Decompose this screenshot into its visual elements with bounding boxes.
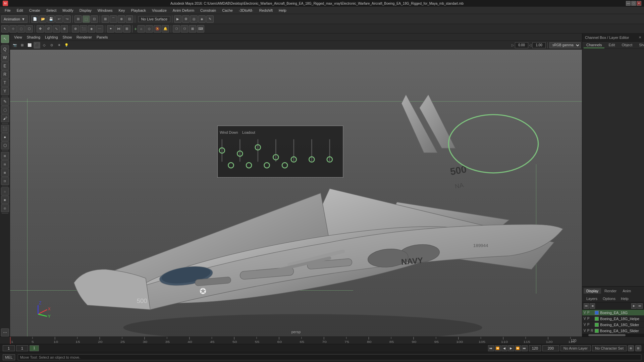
- layer-subtab-help[interactable]: Help: [618, 296, 631, 301]
- menu-visualize[interactable]: Visualize: [149, 8, 169, 13]
- layer-v-0[interactable]: V: [584, 311, 586, 314]
- channel-tab-edit[interactable]: Edit: [606, 42, 618, 48]
- animation-mode-dropdown[interactable]: Animation ▼: [1, 15, 28, 23]
- vp-menu-shading[interactable]: Shading: [25, 35, 42, 40]
- breakdown-button[interactable]: ◇: [146, 25, 153, 33]
- lasso-select-button[interactable]: ◌: [17, 25, 25, 33]
- transform-button[interactable]: ✥: [37, 25, 44, 33]
- layer-v-3[interactable]: V: [584, 329, 586, 333]
- no-anim-layer-button[interactable]: No Anim Layer: [560, 345, 591, 351]
- vp-shade1-icon[interactable]: ⬜: [26, 42, 33, 49]
- menu-constrain[interactable]: Constrain: [198, 8, 219, 13]
- layer-tab-display[interactable]: Display: [584, 288, 601, 294]
- left-tool-cube[interactable]: ⬡: [1, 141, 9, 149]
- snap-to-curve-button[interactable]: ⌒: [110, 15, 117, 23]
- script-input[interactable]: Move Tool: Select an object to move.: [18, 354, 641, 360]
- menu-edit[interactable]: Edit: [14, 8, 26, 13]
- menu-select[interactable]: Select: [44, 8, 59, 13]
- vp-wire-icon[interactable]: ◇: [41, 42, 48, 49]
- ik-handle-button[interactable]: ⋈: [115, 25, 122, 33]
- layer-tab-anim[interactable]: Anim: [620, 288, 634, 294]
- deform-button[interactable]: ⚇: [181, 25, 188, 33]
- layer-nav-prev[interactable]: ◀: [590, 303, 595, 309]
- left-tool-r[interactable]: R: [1, 70, 9, 78]
- save-file-button[interactable]: 💾: [47, 15, 55, 23]
- left-tool-more[interactable]: ⋯: [1, 328, 9, 337]
- menu-anim-deform[interactable]: Anim Deform: [170, 8, 197, 13]
- maximize-button[interactable]: □: [631, 1, 636, 6]
- vp-obj-icon[interactable]: ⊞: [19, 42, 25, 49]
- render-frame-button[interactable]: ▶: [174, 15, 181, 23]
- extrude-button[interactable]: ⬛: [80, 25, 87, 33]
- menu-modify[interactable]: Modify: [60, 8, 76, 13]
- vp-menu-panels[interactable]: Panels: [95, 35, 110, 40]
- goto-start-button[interactable]: ⏮: [488, 345, 494, 351]
- max-end-input[interactable]: [542, 345, 559, 351]
- mute-button[interactable]: 🔕: [154, 25, 161, 33]
- vp-val2-input[interactable]: [532, 42, 546, 48]
- character-set-icon[interactable]: ⊞: [635, 345, 641, 351]
- soft-select-button[interactable]: ⊛: [72, 25, 79, 33]
- script-editor-button[interactable]: ✎: [206, 15, 214, 23]
- menu-display[interactable]: Display: [77, 8, 94, 13]
- left-tool-group1b[interactable]: ⊟: [1, 160, 9, 168]
- menu-windows[interactable]: Windows: [95, 8, 115, 13]
- layer-nav-next[interactable]: ▶: [631, 303, 637, 309]
- layer-subtab-layers[interactable]: Layers: [584, 296, 600, 301]
- step-forward-button[interactable]: ⏩: [515, 345, 521, 351]
- layer-subtab-options[interactable]: Options: [600, 296, 618, 301]
- left-tool-pencil[interactable]: ✎: [1, 98, 9, 106]
- left-tool-paint[interactable]: 🖌: [1, 114, 9, 122]
- current-frame-input[interactable]: [3, 345, 15, 351]
- left-tool-group2b[interactable]: ◉: [1, 196, 9, 204]
- vp-cam-icon[interactable]: 📷: [11, 42, 18, 49]
- goto-end-button[interactable]: ⏭: [522, 345, 528, 351]
- merge-button[interactable]: ⋯: [96, 25, 103, 33]
- left-tool-group1a[interactable]: ⊞: [1, 152, 9, 160]
- bevel-button[interactable]: ◈: [88, 25, 95, 33]
- hypershade-button[interactable]: ◈: [198, 15, 206, 23]
- menu-cache[interactable]: Cache: [219, 8, 235, 13]
- channel-tab-channels[interactable]: Channels: [584, 42, 604, 48]
- keyframe-button[interactable]: ⌂: [138, 25, 145, 33]
- menu-redshift[interactable]: Redshift: [257, 8, 275, 13]
- left-tool-sphere[interactable]: ●: [1, 133, 9, 141]
- anim-editor-button[interactable]: ⌨: [197, 25, 204, 33]
- viewport-3d[interactable]: 500 NA NAVY ✪ 500 189944 Wind Down: [10, 50, 582, 337]
- layer-p-1[interactable]: P: [587, 317, 590, 320]
- vp-val1-input[interactable]: [515, 42, 528, 48]
- rotate-button[interactable]: ↺: [45, 25, 52, 33]
- layer-row-0[interactable]: V P Boeing_EA_18G: [582, 310, 644, 316]
- snap-to-point-button[interactable]: ⊕: [118, 15, 125, 23]
- mel-button[interactable]: MEL: [3, 354, 15, 360]
- timeline-ruler[interactable]: 1 5 10 15 20 25 30 35 40 45 50: [0, 337, 644, 344]
- paint-weights-button[interactable]: ⚆: [173, 25, 180, 33]
- vp-menu-view[interactable]: View: [12, 35, 24, 40]
- layer-p-0[interactable]: P: [587, 311, 590, 314]
- cluster-button[interactable]: ⊞: [123, 25, 130, 33]
- menu-playback[interactable]: Playback: [128, 8, 149, 13]
- menu-help[interactable]: Help: [276, 8, 289, 13]
- layer-nav-prev-prev[interactable]: ⏮: [584, 303, 589, 309]
- layer-row-3[interactable]: V P R Boeing_EA_18G_Slider: [582, 328, 644, 334]
- step-back-button[interactable]: ⏪: [495, 345, 501, 351]
- left-tool-box[interactable]: ⬛: [1, 125, 9, 133]
- universal-manip-button[interactable]: ⊕: [61, 25, 68, 33]
- paint-select-button[interactable]: ⬡: [25, 25, 33, 33]
- layer-scrollbar-track[interactable]: [582, 334, 644, 337]
- scale-button[interactable]: ⤡: [53, 25, 60, 33]
- select-mode-button[interactable]: ⊞: [74, 15, 82, 23]
- end-frame-input[interactable]: [529, 345, 541, 351]
- create-joint-button[interactable]: ✦: [107, 25, 114, 33]
- layer-v-1[interactable]: V: [584, 317, 586, 320]
- left-tool-w[interactable]: W: [1, 54, 9, 62]
- left-tool-group1c[interactable]: ⊠: [1, 169, 9, 177]
- component-mode-button[interactable]: ⊡: [91, 15, 98, 23]
- vp-light1-icon[interactable]: ☀: [56, 42, 62, 49]
- undo-button[interactable]: ↩: [55, 15, 63, 23]
- select-tool-button[interactable]: ⊹: [9, 25, 17, 33]
- vp-menu-lighting[interactable]: Lighting: [43, 35, 60, 40]
- open-file-button[interactable]: 📂: [39, 15, 47, 23]
- no-live-surface-button[interactable]: No Live Surface: [138, 16, 170, 22]
- layer-p-3[interactable]: P: [587, 329, 590, 333]
